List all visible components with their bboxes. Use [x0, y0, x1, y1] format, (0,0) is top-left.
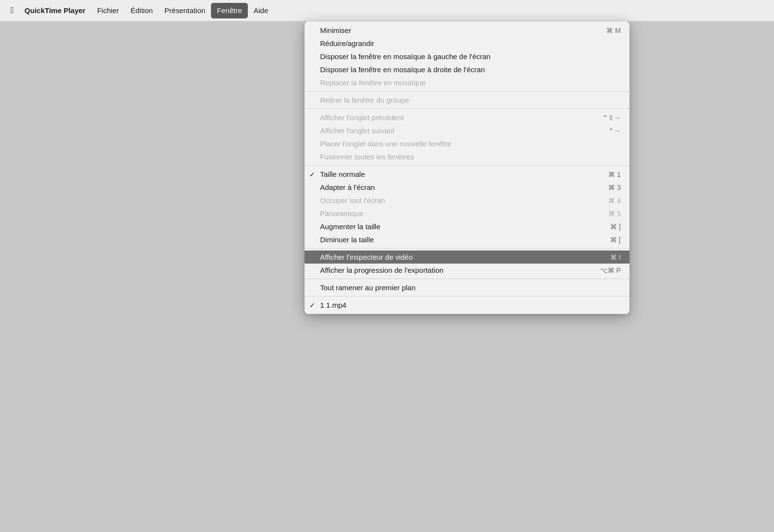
panoramique-label: Panoramique	[320, 209, 363, 218]
disposer-gauche-label: Disposer la fenêtre en mosaïque à gauche…	[320, 52, 490, 61]
fichier-label: 1 1.mp4	[320, 301, 346, 309]
menu-item-replacer: Replacer la fenêtre en mosaïque	[305, 76, 629, 89]
menu-item-augmenter[interactable]: Augmenter la taille ⌘ ]	[305, 220, 629, 233]
divider-6	[305, 296, 629, 297]
fenetre-menu-dropdown: Minimiser ⌘ M Réduire/agrandir Disposer …	[305, 21, 629, 314]
menu-item-adapter[interactable]: Adapter à l'écran ⌘ 3	[305, 181, 629, 194]
menu-item-premier-plan[interactable]: Tout ramener au premier plan	[305, 281, 629, 294]
onglet-fenetre-label: Placer l'onglet dans une nouvelle fenêtr…	[320, 140, 452, 148]
augmenter-label: Augmenter la taille	[320, 222, 380, 231]
divider-3	[305, 165, 629, 166]
adapter-label: Adapter à l'écran	[320, 183, 375, 191]
menu-fenetre[interactable]: Fenêtre	[211, 3, 248, 18]
retirer-label: Retirer la fenêtre du groupe	[320, 96, 409, 104]
minimiser-label: Minimiser	[320, 26, 351, 34]
inspecteur-shortcut: ⌘ I	[596, 253, 621, 261]
app-name[interactable]: QuickTime Player	[19, 3, 92, 18]
onglet-suivant-label: Afficher l'onglet suivant	[320, 126, 395, 135]
adapter-shortcut: ⌘ 3	[594, 184, 621, 191]
menu-item-inspecteur[interactable]: Afficher l'inspecteur de vidéo ⌘ I	[305, 250, 629, 264]
minimiser-shortcut: ⌘ M	[592, 27, 621, 34]
menu-item-minimiser[interactable]: Minimiser ⌘ M	[305, 24, 629, 37]
menu-item-fusionner: Fusionner toutes les fenêtres	[305, 150, 629, 163]
fusionner-label: Fusionner toutes les fenêtres	[320, 153, 414, 161]
occuper-label: Occuper tout l'écran	[320, 196, 385, 204]
onglet-suivant-shortcut: ⌃→	[594, 127, 621, 135]
diminuer-label: Diminuer la taille	[320, 235, 374, 244]
menu-item-onglet-precedent: Afficher l'onglet précédent ⌃⇧→	[305, 111, 629, 124]
menu-presentation[interactable]: Présentation	[159, 3, 211, 18]
progression-label: Afficher la progression de l'exportation	[320, 266, 443, 274]
menu-item-panoramique: Panoramique ⌘ 5	[305, 207, 629, 220]
menu-fichier[interactable]: Fichier	[91, 3, 125, 18]
menu-item-disposer-droite[interactable]: Disposer la fenêtre en mosaïque à droite…	[305, 63, 629, 76]
menu-item-progression[interactable]: Afficher la progression de l'exportation…	[305, 264, 629, 277]
taille-normale-label: Taille normale	[320, 170, 365, 178]
menu-item-reduire[interactable]: Réduire/agrandir	[305, 37, 629, 50]
menu-item-retirer: Retirer la fenêtre du groupe	[305, 94, 629, 107]
menu-item-diminuer[interactable]: Diminuer la taille ⌘ [	[305, 233, 629, 246]
onglet-precedent-label: Afficher l'onglet précédent	[320, 113, 404, 122]
menu-item-fichier-mp4[interactable]: ✓ 1 1.mp4	[305, 298, 629, 312]
occuper-shortcut: ⌘ 4	[594, 197, 621, 204]
divider-2	[305, 109, 629, 109]
menu-item-onglet-fenetre: Placer l'onglet dans une nouvelle fenêtr…	[305, 137, 629, 150]
menu-item-occuper: Occuper tout l'écran ⌘ 4	[305, 194, 629, 207]
inspecteur-label: Afficher l'inspecteur de vidéo	[320, 253, 413, 261]
divider-1	[305, 91, 629, 92]
fichier-check: ✓	[309, 301, 315, 309]
apple-menu[interactable]: 	[6, 3, 19, 18]
onglet-precedent-shortcut: ⌃⇧→	[588, 114, 621, 122]
divider-4	[305, 248, 629, 249]
menu-item-disposer-gauche[interactable]: Disposer la fenêtre en mosaïque à gauche…	[305, 50, 629, 63]
menu-item-onglet-suivant: Afficher l'onglet suivant ⌃→	[305, 124, 629, 137]
premier-plan-label: Tout ramener au premier plan	[320, 283, 416, 292]
replacer-label: Replacer la fenêtre en mosaïque	[320, 78, 426, 87]
diminuer-shortcut: ⌘ [	[596, 236, 621, 244]
reduire-label: Réduire/agrandir	[320, 39, 374, 47]
augmenter-shortcut: ⌘ ]	[596, 223, 621, 231]
taille-normale-shortcut: ⌘ 1	[594, 171, 621, 178]
menu-item-taille-normale[interactable]: ✓ Taille normale ⌘ 1	[305, 168, 629, 181]
divider-5	[305, 279, 629, 279]
menubar:  QuickTime Player Fichier Édition Prése…	[0, 0, 774, 21]
progression-shortcut: ⌥⌘ P	[585, 266, 621, 274]
panoramique-shortcut: ⌘ 5	[594, 210, 621, 218]
menu-aide[interactable]: Aide	[248, 3, 274, 18]
menu-edition[interactable]: Édition	[125, 3, 159, 18]
taille-normale-check: ✓	[309, 171, 315, 178]
disposer-droite-label: Disposer la fenêtre en mosaïque à droite…	[320, 65, 485, 74]
